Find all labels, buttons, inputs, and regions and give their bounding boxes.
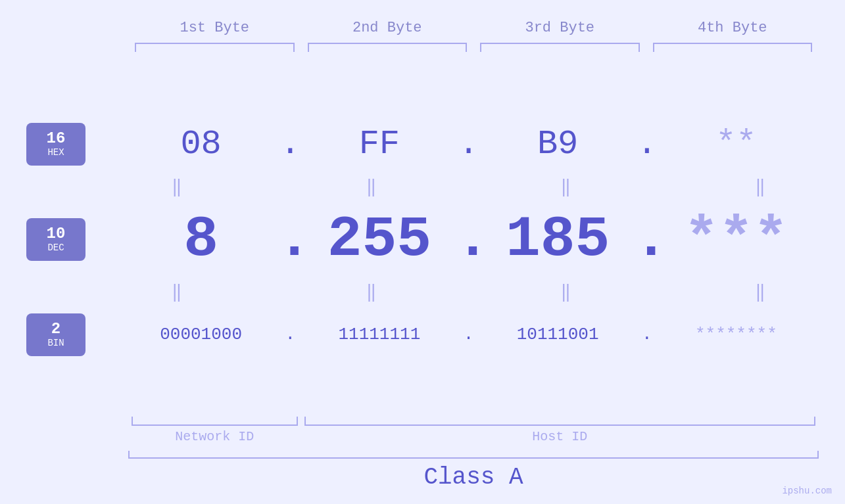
bin-b3: 10111001 (482, 325, 634, 344)
sep-dec-bin: ‖ ‖ ‖ ‖ (118, 279, 819, 305)
eq3: ‖ (546, 176, 585, 197)
dec-b3: 185 (482, 207, 634, 272)
class-label: Class A (128, 464, 819, 491)
eq1: ‖ (157, 176, 197, 197)
hex-dot3: . (634, 125, 660, 164)
eq2: ‖ (352, 176, 391, 197)
hex-b1: 08 (125, 125, 277, 164)
bracket-b3 (480, 43, 640, 52)
watermark: ipshu.com (782, 486, 832, 496)
byte3-header: 3rd Byte (473, 20, 646, 36)
bracket-host (304, 417, 816, 426)
rows-area: 08 . FF . B9 . ** ‖ ‖ ‖ ‖ 8 . (118, 114, 819, 364)
byte4-header: 4th Byte (646, 20, 819, 36)
bracket-b2 (308, 43, 468, 52)
eq4: ‖ (740, 176, 780, 197)
eq7: ‖ (546, 281, 585, 302)
dec-b2: 255 (303, 207, 455, 272)
bin-b4: ******** (660, 325, 812, 344)
hex-b4: ** (660, 125, 812, 164)
dec-b1: 8 (125, 207, 277, 272)
eq5: ‖ (157, 281, 197, 302)
class-bracket (128, 451, 819, 459)
hex-b2: FF (303, 125, 455, 164)
bottom-section: Network ID Host ID Class A (26, 417, 819, 491)
eq8: ‖ (740, 281, 780, 302)
network-id-label: Network ID (132, 429, 298, 444)
host-id-label: Host ID (304, 429, 816, 444)
bin-dot3: . (634, 325, 660, 344)
eq6: ‖ (352, 281, 391, 302)
hex-label: 16 HEX (26, 123, 85, 166)
bin-dot2: . (456, 325, 482, 344)
hex-b3: B9 (482, 125, 634, 164)
bin-label: 2 BIN (26, 313, 85, 356)
dec-b4: *** (660, 207, 812, 272)
byte2-header: 2nd Byte (301, 20, 474, 36)
hex-dot1: . (277, 125, 303, 164)
main-container: 1st Byte 2nd Byte 3rd Byte 4th Byte 16 H… (0, 0, 845, 504)
dec-row: 8 . 255 . 185 . *** (118, 200, 819, 279)
dec-dot2: . (456, 207, 482, 272)
byte-headers: 1st Byte 2nd Byte 3rd Byte 4th Byte (26, 20, 819, 36)
sep-hex-dec: ‖ ‖ ‖ ‖ (118, 173, 819, 200)
bin-row: 00001000 . 11111111 . 10111001 . *******… (118, 305, 819, 364)
bin-b2: 11111111 (303, 325, 455, 344)
hex-row: 08 . FF . B9 . ** (118, 114, 819, 173)
bottom-brackets-row (128, 417, 819, 426)
dec-label: 10 DEC (26, 218, 85, 261)
byte1-header: 1st Byte (128, 20, 301, 36)
bracket-network (132, 417, 298, 426)
top-brackets (26, 43, 819, 52)
labels-col: 16 HEX 10 DEC 2 BIN (26, 114, 118, 364)
hex-dot2: . (456, 125, 482, 164)
bin-dot1: . (277, 325, 303, 344)
id-labels-row: Network ID Host ID (128, 429, 819, 444)
bin-b1: 00001000 (125, 325, 277, 344)
dec-dot3: . (634, 207, 660, 272)
bracket-b1 (135, 43, 295, 52)
bracket-b4 (653, 43, 813, 52)
dec-dot1: . (277, 207, 303, 272)
content-area: 16 HEX 10 DEC 2 BIN (26, 65, 819, 413)
